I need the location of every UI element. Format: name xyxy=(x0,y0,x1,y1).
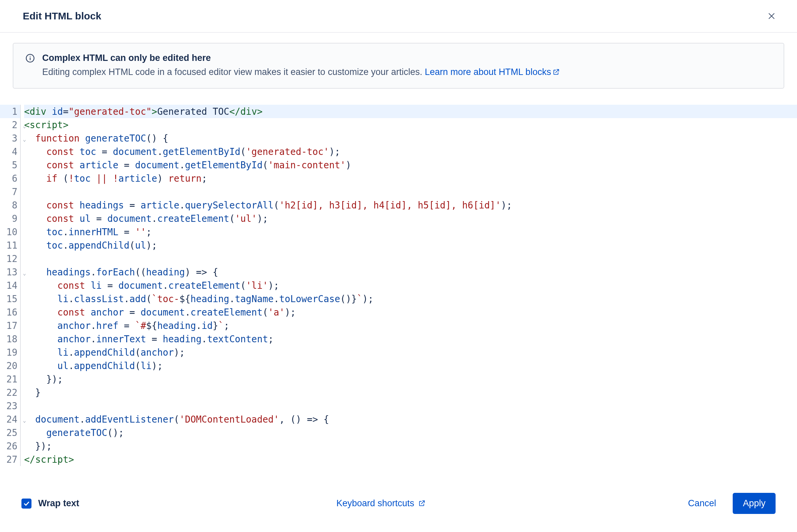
code-line[interactable]: const li = document.createElement('li'); xyxy=(24,279,797,292)
external-link-icon xyxy=(553,66,560,74)
external-link-icon xyxy=(418,499,425,506)
banner-title: Complex HTML can only be edited here xyxy=(42,53,772,63)
code-line[interactable]: anchor.innerText = heading.textContent; xyxy=(24,332,797,346)
svg-point-4 xyxy=(30,56,31,57)
editor-code-area[interactable]: <div id="generated-toc">Generated TOC</d… xyxy=(21,105,797,466)
banner-text: Editing complex HTML code in a focused e… xyxy=(42,66,772,79)
code-line[interactable]: }); xyxy=(24,373,797,386)
gutter-line: 25 xyxy=(0,426,20,439)
code-line[interactable]: anchor.href = `#${heading.id}`; xyxy=(24,319,797,332)
gutter-line: 10 xyxy=(0,225,20,239)
gutter-line: 24⌄ xyxy=(0,413,20,426)
gutter-line: 12 xyxy=(0,252,20,265)
fold-chevron-icon[interactable]: ⌄ xyxy=(23,414,26,427)
wrap-text-label: Wrap text xyxy=(38,498,79,509)
code-line[interactable] xyxy=(24,399,797,413)
code-line[interactable]: li.appendChild(anchor); xyxy=(24,346,797,359)
gutter-line: 1 xyxy=(0,105,20,118)
banner-description: Editing complex HTML code in a focused e… xyxy=(42,67,424,77)
gutter-line: 4 xyxy=(0,145,20,158)
learn-more-link[interactable]: Learn more about HTML blocks xyxy=(424,67,560,77)
gutter-line: 17 xyxy=(0,319,20,332)
gutter-line: 20 xyxy=(0,359,20,373)
fold-chevron-icon[interactable]: ⌄ xyxy=(23,133,26,146)
gutter-line: 8 xyxy=(0,198,20,212)
gutter-line: 9 xyxy=(0,212,20,225)
close-button[interactable] xyxy=(765,10,778,23)
editor-gutter: 12⌄3⌄45678910111213⌄14151617181920212223… xyxy=(0,105,21,466)
gutter-line: 27 xyxy=(0,453,20,466)
gutter-line: 3⌄ xyxy=(0,132,20,145)
code-line[interactable]: </script> xyxy=(24,453,797,466)
keyboard-shortcuts-link[interactable]: Keyboard shortcuts xyxy=(336,498,425,508)
info-banner: Complex HTML can only be edited here Edi… xyxy=(13,43,784,89)
code-line[interactable]: toc.appendChild(ul); xyxy=(24,239,797,252)
cancel-button[interactable]: Cancel xyxy=(683,494,721,513)
gutter-line: 14 xyxy=(0,279,20,292)
check-icon xyxy=(23,500,30,507)
dialog-header: Edit HTML block xyxy=(0,0,797,33)
code-line[interactable]: <script> xyxy=(24,118,797,132)
gutter-line: 21 xyxy=(0,373,20,386)
code-line[interactable]: } xyxy=(24,386,797,399)
close-icon xyxy=(767,12,776,20)
code-line[interactable]: if (!toc || !article) return; xyxy=(24,172,797,185)
code-line[interactable]: generateTOC(); xyxy=(24,426,797,439)
fold-chevron-icon[interactable]: ⌄ xyxy=(23,267,26,280)
code-line[interactable]: const article = document.getElementById(… xyxy=(24,158,797,172)
code-line[interactable]: const anchor = document.createElement('a… xyxy=(24,305,797,319)
code-line[interactable]: const headings = article.querySelectorAl… xyxy=(24,198,797,212)
code-line[interactable]: }); xyxy=(24,439,797,453)
fold-chevron-icon[interactable]: ⌄ xyxy=(23,119,26,133)
gutter-line: 2⌄ xyxy=(0,118,20,132)
gutter-line: 16 xyxy=(0,305,20,319)
code-line[interactable]: function generateTOC() { xyxy=(24,132,797,145)
code-line[interactable]: document.addEventListener('DOMContentLoa… xyxy=(24,413,797,426)
gutter-line: 19 xyxy=(0,346,20,359)
code-line[interactable] xyxy=(24,185,797,198)
code-line[interactable]: ul.appendChild(li); xyxy=(24,359,797,373)
code-editor[interactable]: 12⌄3⌄45678910111213⌄14151617181920212223… xyxy=(0,105,797,466)
gutter-line: 15 xyxy=(0,292,20,305)
dialog-title: Edit HTML block xyxy=(23,11,101,22)
code-line[interactable]: const ul = document.createElement('ul'); xyxy=(24,212,797,225)
code-line[interactable]: headings.forEach((heading) => { xyxy=(24,265,797,279)
gutter-line: 13⌄ xyxy=(0,265,20,279)
code-line[interactable]: const toc = document.getElementById('gen… xyxy=(24,145,797,158)
gutter-line: 11 xyxy=(0,239,20,252)
gutter-line: 22 xyxy=(0,386,20,399)
gutter-line: 18 xyxy=(0,332,20,346)
keyboard-shortcuts-label: Keyboard shortcuts xyxy=(336,498,414,508)
dialog-footer: Wrap text Keyboard shortcuts Cancel Appl… xyxy=(0,483,797,532)
wrap-text-checkbox[interactable] xyxy=(21,498,32,509)
apply-button[interactable]: Apply xyxy=(733,493,776,514)
code-line[interactable]: toc.innerHTML = ''; xyxy=(24,225,797,239)
gutter-line: 23 xyxy=(0,399,20,413)
learn-more-label: Learn more about HTML blocks xyxy=(424,67,551,77)
gutter-line: 5 xyxy=(0,158,20,172)
gutter-line: 6 xyxy=(0,172,20,185)
gutter-line: 7 xyxy=(0,185,20,198)
gutter-line: 26 xyxy=(0,439,20,453)
info-icon xyxy=(25,54,35,63)
code-line[interactable]: <div id="generated-toc">Generated TOC</d… xyxy=(24,105,797,118)
code-line[interactable] xyxy=(24,252,797,265)
code-line[interactable]: li.classList.add(`toc-${heading.tagName.… xyxy=(24,292,797,305)
